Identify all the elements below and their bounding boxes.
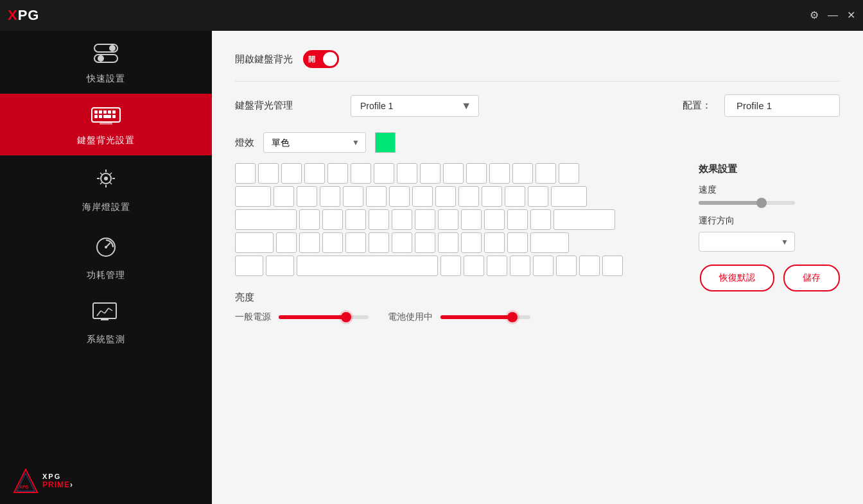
key[interactable]: [322, 232, 343, 253]
key[interactable]: [505, 186, 525, 207]
sidebar-item-system-monitor[interactable]: 系統監測: [0, 290, 212, 354]
config-input[interactable]: [724, 94, 840, 117]
sidebar-item-power-management[interactable]: 功耗管理: [0, 222, 212, 290]
key[interactable]: [369, 232, 389, 253]
key[interactable]: [345, 232, 366, 253]
key[interactable]: [369, 209, 389, 230]
key[interactable]: [438, 209, 458, 230]
key[interactable]: [235, 186, 271, 207]
sidebar-item-keyboard-backlight[interactable]: 鍵盤背光設置: [0, 94, 212, 155]
key[interactable]: [281, 163, 302, 184]
key[interactable]: [235, 209, 297, 230]
key[interactable]: [258, 163, 279, 184]
key[interactable]: [420, 163, 440, 184]
key[interactable]: [533, 256, 554, 276]
key[interactable]: [235, 256, 263, 276]
key[interactable]: [345, 209, 366, 230]
key[interactable]: [536, 163, 556, 184]
key[interactable]: [435, 186, 456, 207]
profile-dropdown[interactable]: Profile 1 Profile 2 Profile 3: [351, 95, 479, 117]
key[interactable]: [415, 209, 435, 230]
save-button[interactable]: 儲存: [783, 265, 840, 291]
key[interactable]: [484, 232, 505, 253]
key[interactable]: [274, 186, 294, 207]
key[interactable]: [530, 209, 551, 230]
coast-light-icon: [93, 167, 119, 196]
key[interactable]: [466, 163, 487, 184]
reset-button[interactable]: 恢復默認: [700, 265, 774, 291]
key[interactable]: [299, 232, 320, 253]
key[interactable]: [235, 232, 274, 253]
key[interactable]: [528, 186, 548, 207]
key[interactable]: [559, 163, 579, 184]
ac-power-slider[interactable]: [279, 315, 369, 319]
speed-slider[interactable]: [699, 201, 795, 205]
close-button[interactable]: ✕: [847, 10, 855, 21]
battery-slider[interactable]: [440, 315, 530, 319]
backlight-toggle-row: 開啟鍵盤背光 開: [235, 50, 840, 82]
key[interactable]: [602, 256, 623, 276]
effect-dropdown[interactable]: 單色 漸變 呼吸 彩虹: [263, 132, 366, 153]
key[interactable]: [461, 209, 482, 230]
minimize-button[interactable]: —: [828, 10, 838, 21]
key[interactable]: [397, 163, 417, 184]
direction-dropdown[interactable]: 左 右 上 下: [699, 232, 795, 252]
key[interactable]: [276, 232, 297, 253]
key[interactable]: [443, 163, 464, 184]
key[interactable]: [484, 209, 505, 230]
key[interactable]: [440, 256, 461, 276]
key[interactable]: [351, 163, 371, 184]
key[interactable]: [461, 232, 482, 253]
key[interactable]: [297, 186, 317, 207]
key[interactable]: [512, 163, 533, 184]
key[interactable]: [530, 232, 569, 253]
key[interactable]: [415, 232, 435, 253]
key[interactable]: [482, 186, 502, 207]
svg-rect-7: [103, 110, 107, 114]
settings-button[interactable]: ⚙: [810, 10, 819, 21]
backlight-toggle-label: 開啟鍵盤背光: [235, 53, 293, 65]
svg-rect-10: [94, 115, 98, 118]
key[interactable]: [299, 209, 320, 230]
effect-dropdown-container: 單色 漸變 呼吸 彩虹 ▼: [263, 132, 366, 153]
key[interactable]: [507, 209, 528, 230]
key[interactable]: [322, 209, 343, 230]
key-spacebar[interactable]: [297, 256, 438, 276]
key[interactable]: [464, 256, 484, 276]
key[interactable]: [327, 163, 348, 184]
sidebar-item-coast-light[interactable]: 海岸燈設置: [0, 155, 212, 222]
main-layout: 快速設置 鍵盤背光設置: [0, 31, 863, 504]
key[interactable]: [551, 186, 587, 207]
sidebar-label-quick-settings: 快速設置: [87, 73, 125, 85]
key[interactable]: [489, 163, 510, 184]
key[interactable]: [507, 232, 528, 253]
key[interactable]: [412, 186, 433, 207]
key[interactable]: [389, 186, 410, 207]
key[interactable]: [266, 256, 294, 276]
sidebar-item-quick-settings[interactable]: 快速設置: [0, 31, 212, 94]
app-logo: XPG: [8, 7, 39, 24]
key[interactable]: [487, 256, 507, 276]
key[interactable]: [366, 186, 387, 207]
key[interactable]: [392, 209, 412, 230]
svg-rect-9: [112, 110, 116, 114]
key[interactable]: [343, 186, 363, 207]
color-swatch[interactable]: [375, 132, 396, 153]
key[interactable]: [235, 163, 256, 184]
key[interactable]: [458, 186, 479, 207]
key[interactable]: [392, 232, 412, 253]
backlight-toggle[interactable]: 開: [303, 50, 339, 68]
key[interactable]: [438, 232, 458, 253]
window-controls: ⚙ — ✕: [810, 10, 855, 21]
key[interactable]: [554, 209, 615, 230]
key[interactable]: [556, 256, 577, 276]
prime-logo-area: XPG XPG PRIME›: [0, 458, 212, 504]
key[interactable]: [320, 186, 340, 207]
key[interactable]: [579, 256, 600, 276]
ac-power-brightness: 一般電源: [235, 311, 369, 323]
svg-point-27: [105, 246, 107, 248]
key[interactable]: [510, 256, 530, 276]
content-area: 開啟鍵盤背光 開 鍵盤背光管理 Profile 1 Profile 2 Prof…: [212, 31, 863, 504]
key[interactable]: [374, 163, 394, 184]
key[interactable]: [304, 163, 325, 184]
